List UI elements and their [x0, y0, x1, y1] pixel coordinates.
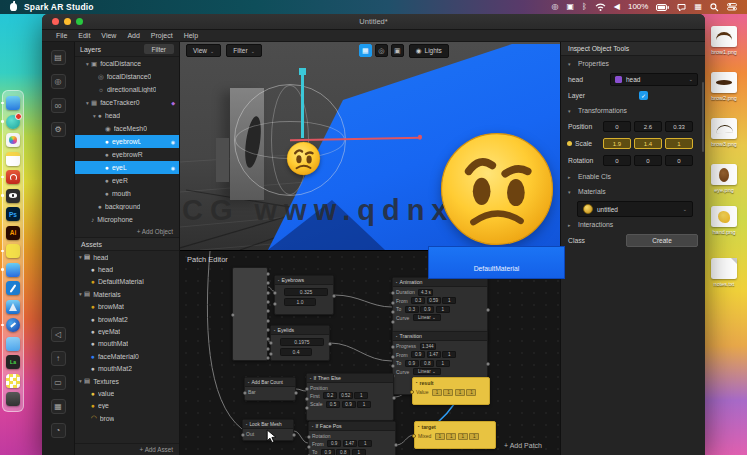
patch-field[interactable]: 0.52 — [339, 392, 353, 399]
patch-port[interactable] — [391, 355, 395, 359]
menu-file[interactable]: File — [56, 32, 67, 39]
patch-port[interactable] — [391, 320, 395, 324]
transform-position-z[interactable]: 0.33 — [665, 121, 693, 132]
tree-item-focalDistance0[interactable]: ◎focalDistance0 — [75, 70, 179, 83]
patch-field[interactable]: 1.0 — [284, 298, 316, 306]
patch-node-addbar[interactable]: Add Bar CountBar — [244, 377, 296, 401]
dock-item-terminal[interactable]: La — [6, 355, 20, 369]
dock-item-stickies[interactable] — [6, 244, 20, 258]
tree-item-head[interactable]: ▾●head — [75, 109, 179, 122]
camera-icon[interactable]: ◎ — [51, 74, 66, 89]
tree-item-directionalLight0[interactable]: ☼directionalLight0 — [75, 83, 179, 96]
transform-position-x[interactable]: 0 — [603, 121, 631, 132]
tree-item-browMat2[interactable]: ●browMat2 — [75, 313, 179, 325]
patch-field[interactable]: 0.8 — [336, 449, 350, 455]
dock-panel-icon[interactable]: ▭ — [51, 375, 66, 390]
patch-port[interactable] — [305, 387, 309, 391]
patch-field[interactable]: 1.344 — [420, 343, 437, 350]
filter-dropdown[interactable]: Filter⌄ — [226, 44, 262, 57]
patch-port[interactable] — [328, 342, 332, 346]
patch-port[interactable] — [410, 390, 414, 394]
patch-port[interactable] — [391, 364, 395, 368]
patch-node-ifface[interactable]: If Face PosRotationFrom0.91.471To0.90.81 — [308, 421, 396, 455]
patch-field[interactable]: 0.5 — [326, 401, 340, 408]
tree-item-head[interactable]: ▾▤head — [75, 251, 179, 263]
patch-node-eyelids[interactable]: Eyelids0.19750.4 — [270, 325, 330, 361]
dock-item-finder[interactable] — [6, 96, 20, 110]
expand-arrow-icon[interactable]: ▾ — [91, 113, 98, 119]
patch-port[interactable] — [269, 341, 273, 345]
orbit-view-toggle[interactable]: ◎ — [375, 44, 388, 57]
patch-port[interactable] — [305, 397, 309, 401]
settings-icon[interactable]: ⚙ — [51, 122, 66, 137]
patch-field[interactable]: 1 — [354, 392, 368, 399]
patch-port[interactable] — [486, 308, 490, 312]
patch-port[interactable] — [307, 445, 311, 449]
patch-field[interactable]: 0.325 — [284, 288, 328, 296]
chat-icon[interactable] — [677, 3, 686, 12]
patch-field[interactable]: 1 — [436, 360, 450, 367]
patch-port[interactable] — [412, 434, 416, 438]
panels-icon[interactable]: ▤ — [51, 50, 66, 65]
dock-item-cone[interactable] — [6, 300, 20, 314]
patch-field[interactable]: 0.2 — [323, 392, 337, 399]
patch-field[interactable]: 1 — [442, 351, 456, 358]
patch-field[interactable]: 1 — [442, 297, 456, 304]
tree-item-mouth[interactable]: ●mouth — [75, 187, 179, 200]
tree-item-DefaultMaterial[interactable]: ●DefaultMaterial — [75, 276, 179, 288]
patch-field[interactable]: 1 — [358, 440, 372, 447]
desktop-file-brow1.png[interactable]: brow1.png — [701, 26, 747, 55]
tree-item-faceTracker0[interactable]: ▾▦faceTracker0◆ — [75, 96, 179, 109]
patch-field[interactable]: 1 — [432, 389, 442, 396]
dock-item-folder[interactable] — [6, 337, 20, 351]
patch-field[interactable]: 0.4 — [280, 348, 312, 356]
transform-scale-z[interactable]: 1 — [665, 138, 693, 149]
tree-item-mouthMat2[interactable]: ●mouthMat2 — [75, 363, 179, 375]
speaker-icon[interactable]: ◁ — [51, 327, 66, 342]
menu-add[interactable]: Add — [127, 32, 139, 39]
tree-item-eyebrowL[interactable]: ●eyebrowL◉ — [75, 135, 179, 148]
patch-port[interactable] — [266, 300, 270, 304]
tree-item-focalDistance[interactable]: ▾▣focalDistance — [75, 57, 179, 70]
tree-item-eyebrowR[interactable]: ●eyebrowR — [75, 148, 179, 161]
patch-field[interactable]: 0.9 — [420, 306, 434, 313]
patch-port[interactable] — [243, 391, 247, 395]
patch-port[interactable] — [266, 319, 270, 323]
patch-field[interactable]: 0.9 — [342, 401, 356, 408]
expand-arrow-icon[interactable]: ▾ — [77, 254, 84, 260]
tree-item-head[interactable]: ●head — [75, 263, 179, 275]
scene-filter-tab[interactable]: Filter — [144, 44, 174, 54]
patch-field[interactable]: 1 — [357, 401, 371, 408]
desktop-file-brow2.png[interactable]: brow2.png — [701, 72, 747, 101]
dock-item-eye-app[interactable] — [6, 189, 20, 203]
viewport-3d[interactable]: CG www.qdnxxfb View⌄ Filter⌄ ▦ ◎ ▣ — [180, 42, 560, 250]
bluetooth-icon[interactable]: ᛒ — [582, 3, 587, 11]
transform-rotation-y[interactable]: 0 — [634, 155, 662, 166]
apple-menu-icon[interactable] — [10, 3, 17, 11]
patch-field[interactable]: 1 — [446, 433, 456, 440]
tree-item-faceMaterial0[interactable]: ●faceMaterial0 — [75, 350, 179, 362]
camera-view-toggle[interactable]: ▣ — [391, 44, 404, 57]
patch-node-result[interactable]: resultValue1111 — [412, 377, 490, 405]
menubar-app-name[interactable]: Spark AR Studio — [24, 2, 94, 12]
patch-field[interactable]: 1 — [436, 306, 450, 313]
patch-field[interactable]: 4.3 s — [418, 289, 433, 296]
menu-edit[interactable]: Edit — [78, 32, 90, 39]
patch-port[interactable] — [292, 433, 296, 437]
dock-item-messages[interactable] — [6, 115, 20, 129]
patch-port[interactable] — [391, 345, 395, 349]
window-titlebar[interactable]: Untitled* — [42, 14, 705, 30]
dock-item-whale[interactable] — [6, 263, 20, 277]
tree-item-brow[interactable]: ◠brow — [75, 412, 179, 424]
desktop-file-eye.png[interactable]: eye.png — [701, 164, 747, 193]
tree-item-value[interactable]: ●value — [75, 387, 179, 399]
material-chip[interactable]: untitled ⌄ — [577, 201, 693, 217]
transform-rotation-x[interactable]: 0 — [603, 155, 631, 166]
patch-port[interactable] — [266, 272, 270, 276]
object-dropdown[interactable]: head ⌄ — [610, 73, 698, 86]
patch-field[interactable]: 1 — [466, 389, 476, 396]
add-asset-button[interactable]: + Add Asset — [75, 443, 179, 455]
patch-field[interactable]: 1.47 — [343, 440, 357, 447]
expand-arrow-icon[interactable]: ▾ — [84, 100, 91, 106]
patch-field[interactable]: 0.9 — [405, 360, 419, 367]
